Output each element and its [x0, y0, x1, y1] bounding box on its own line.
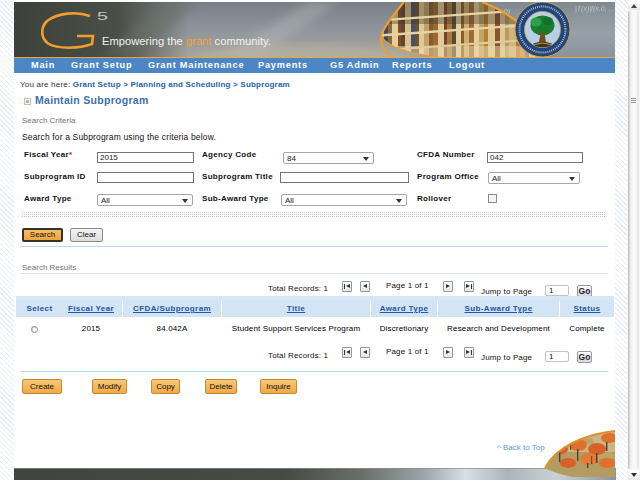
svg-text:Empowering the grant community: Empowering the grant community. [102, 35, 271, 47]
svg-text:|T(x)|f(x,0, ...: |T(x)|f(x,0, ... [575, 5, 614, 13]
svg-text:5: 5 [97, 10, 108, 22]
